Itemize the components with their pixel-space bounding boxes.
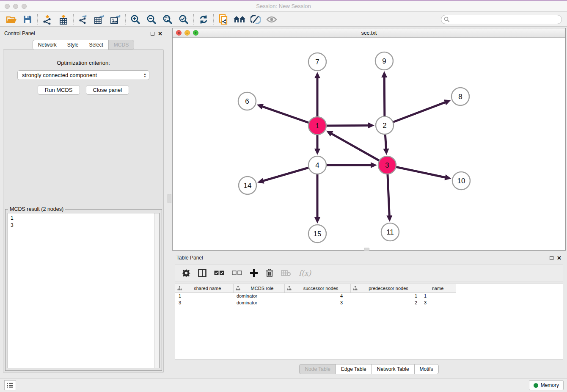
mcds-result-title: MCDS result (2 nodes): [8, 206, 65, 212]
checked-boxes-icon[interactable]: [214, 271, 224, 276]
tab-style[interactable]: Style: [62, 40, 84, 50]
eye-button[interactable]: [264, 13, 280, 26]
save-session-button[interactable]: [19, 13, 36, 26]
trash-icon[interactable]: [266, 269, 273, 277]
eye-slash-button[interactable]: [248, 13, 264, 26]
open-session-button[interactable]: [3, 13, 19, 26]
table-cell[interactable]: 3: [284, 299, 350, 306]
export-image-icon: [110, 14, 121, 25]
mcds-result-item: 1: [11, 215, 157, 222]
column-type-icon: [353, 286, 358, 290]
column-type-icon: [177, 286, 182, 290]
float-panel-icon[interactable]: [151, 32, 154, 36]
column-type-icon: [287, 286, 292, 290]
toolbar-separator: [125, 14, 126, 25]
table-cell[interactable]: 3: [420, 299, 456, 306]
tab-edge-table[interactable]: Edge Table: [336, 364, 372, 374]
tab-node-table[interactable]: Node Table: [299, 364, 336, 374]
network-close-button[interactable]: ×: [176, 30, 182, 36]
float-table-panel-icon[interactable]: [550, 256, 553, 260]
run-mcds-button[interactable]: Run MCDS: [38, 85, 80, 95]
toolbar-separator: [193, 14, 194, 25]
graph-node-label: 15: [314, 230, 322, 238]
tab-mcds[interactable]: MCDS: [108, 40, 134, 50]
dropdown-stepper-icon: ▲▼: [143, 73, 146, 78]
graph-node-label: 4: [315, 161, 319, 169]
memory-button[interactable]: Memory: [529, 380, 564, 390]
tab-network[interactable]: Network: [33, 40, 62, 50]
mcds-result-list[interactable]: 13: [8, 213, 160, 368]
zoom-selected-button[interactable]: [176, 13, 192, 26]
mcds-result-item: 3: [11, 222, 157, 229]
close-panel-icon[interactable]: ✕: [158, 31, 162, 36]
optimization-criterion-dropdown[interactable]: strongly connected component ▲▼: [17, 70, 149, 80]
toolbar-separator: [37, 14, 38, 25]
table-row[interactable]: 1dominator411: [175, 293, 456, 299]
node-table[interactable]: shared nameMCDS rolesuccessor nodesprede…: [175, 284, 563, 360]
search-input[interactable]: [441, 15, 562, 24]
column-header-MCDS-role[interactable]: MCDS role: [233, 284, 284, 293]
graph-node-label: 6: [245, 97, 249, 105]
export-image-button[interactable]: [107, 13, 124, 26]
result-scrollbar[interactable]: [154, 213, 159, 368]
zoom-out-icon: [146, 14, 157, 25]
clone-network-button[interactable]: [215, 13, 231, 26]
export-table-button[interactable]: [91, 13, 107, 26]
network-minimize-button[interactable]: −: [184, 30, 190, 36]
table-cell[interactable]: dominator: [233, 299, 284, 306]
column-header-name[interactable]: name: [420, 284, 456, 293]
table-panel-header: Table Panel ✕: [172, 252, 566, 263]
refresh-icon: [198, 14, 209, 25]
zoom-in-button[interactable]: [127, 13, 143, 26]
function-builder-icon: f(x): [299, 269, 311, 277]
table-cell[interactable]: 1: [175, 293, 233, 299]
table-cell[interactable]: 1: [350, 293, 420, 299]
network-view-window: × − + scc.txt 7968124314101511: [172, 28, 566, 251]
table-row[interactable]: 3dominator323: [175, 299, 456, 306]
horizontal-splitter-grip[interactable]: [364, 248, 369, 251]
network-canvas[interactable]: 7968124314101511: [173, 38, 565, 250]
memory-status-dot: [534, 383, 538, 388]
export-network-button[interactable]: [75, 13, 91, 26]
eye-icon: [266, 16, 277, 23]
tab-network-table[interactable]: Network Table: [372, 364, 414, 374]
refresh-view-button[interactable]: [195, 13, 212, 26]
zoom-fit-button[interactable]: [160, 13, 176, 26]
graph-node-label: 9: [382, 57, 386, 65]
import-network-button[interactable]: [39, 13, 55, 26]
network-maximize-button[interactable]: +: [193, 30, 198, 36]
table-tabs: Node Table Edge Table Network Table Moti…: [172, 364, 566, 374]
search-icon: [444, 17, 450, 22]
task-history-button[interactable]: [4, 380, 16, 390]
houses-button[interactable]: [231, 13, 248, 26]
table-cell[interactable]: 3: [175, 299, 233, 306]
column-header-shared-name[interactable]: shared name: [175, 284, 233, 293]
close-table-panel-icon[interactable]: ✕: [557, 255, 561, 261]
gear-icon[interactable]: [182, 269, 190, 277]
import-table-button[interactable]: [55, 13, 72, 26]
table-cell[interactable]: 2: [350, 299, 420, 306]
control-panel-header: Control Panel ✕: [0, 28, 167, 39]
table-cell[interactable]: 4: [284, 293, 350, 299]
column-header-predecessor-nodes[interactable]: predecessor nodes: [350, 284, 420, 293]
network-window-titlebar: × − + scc.txt: [173, 28, 565, 38]
import-table-icon: [58, 14, 69, 25]
table-cell[interactable]: dominator: [233, 293, 284, 299]
graph-edge-arrowhead: [381, 71, 387, 77]
graph-edge-3-1[interactable]: [332, 134, 387, 165]
table-cell[interactable]: 1: [420, 293, 456, 299]
graph-edge-2-8[interactable]: [385, 102, 445, 125]
mcds-result-group: MCDS result (2 nodes) 13: [5, 209, 162, 371]
graph-edge-arrowhead: [371, 162, 377, 168]
zoom-out-button[interactable]: [143, 13, 160, 26]
graph-edge-arrowhead: [386, 215, 392, 222]
columns-icon[interactable]: [198, 269, 206, 277]
add-column-icon[interactable]: [250, 269, 258, 277]
tab-motifs[interactable]: Motifs: [414, 364, 439, 374]
delete-table-icon: [281, 270, 291, 276]
column-header-successor-nodes[interactable]: successor nodes: [284, 284, 350, 293]
close-panel-button[interactable]: Close panel: [86, 85, 129, 95]
unchecked-boxes-icon[interactable]: [232, 271, 242, 276]
tab-select[interactable]: Select: [84, 40, 108, 50]
vertical-splitter-grip[interactable]: [168, 194, 171, 203]
